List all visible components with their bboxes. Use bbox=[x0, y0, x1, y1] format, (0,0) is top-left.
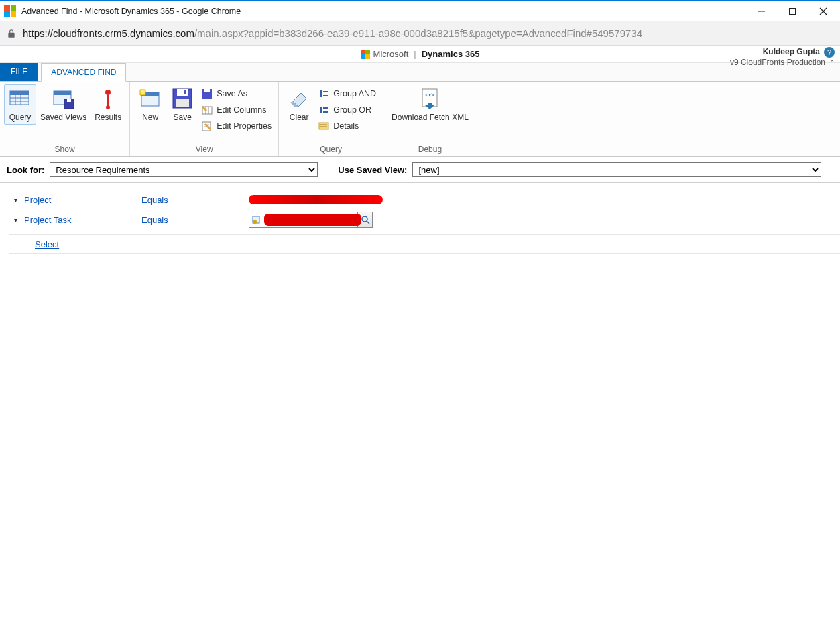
ribbon-group-show: Query Saved Views Results Show bbox=[0, 82, 130, 156]
ribbon-group-or-label: Group OR bbox=[333, 105, 371, 115]
ribbon-download-fetch-xml-label: Download Fetch XML bbox=[392, 113, 469, 122]
edit-properties-icon bbox=[201, 120, 213, 132]
help-icon[interactable]: ? bbox=[824, 47, 835, 58]
ribbon-group-view-label: View bbox=[134, 143, 274, 156]
svg-point-45 bbox=[253, 220, 257, 224]
select-link[interactable]: Select bbox=[35, 239, 59, 249]
dynamics-header: Microsoft | Dynamics 365 Kuldeep Gupta? … bbox=[0, 46, 840, 63]
svg-rect-39 bbox=[319, 123, 328, 129]
ribbon-save-as-button[interactable]: Save As bbox=[198, 86, 274, 102]
user-name: Kuldeep Gupta bbox=[763, 47, 820, 56]
svg-rect-5 bbox=[10, 91, 29, 95]
ribbon-group-and-label: Group AND bbox=[333, 89, 376, 99]
operator-link-equals[interactable]: Equals bbox=[141, 215, 249, 225]
svg-point-14 bbox=[105, 90, 111, 95]
group-or-icon bbox=[318, 104, 330, 116]
svg-line-47 bbox=[367, 221, 369, 224]
ribbon-clear-button[interactable]: Clear bbox=[283, 84, 315, 125]
details-icon bbox=[318, 120, 330, 132]
svg-rect-1 bbox=[790, 8, 796, 14]
row-chevron-icon[interactable]: ▾ bbox=[9, 196, 21, 204]
edit-columns-icon bbox=[201, 104, 213, 116]
save-as-icon bbox=[201, 88, 213, 100]
ribbon-saved-views-button[interactable]: Saved Views bbox=[36, 84, 91, 125]
saved-view-select[interactable]: [new] bbox=[412, 162, 821, 177]
ribbon-save-as-label: Save As bbox=[217, 89, 247, 99]
svg-rect-24 bbox=[176, 99, 189, 107]
value-redacted bbox=[264, 214, 361, 226]
field-link-project-task[interactable]: Project Task bbox=[24, 215, 141, 225]
ribbon-details-label: Details bbox=[333, 121, 359, 131]
window-maximize-button[interactable] bbox=[777, 2, 808, 21]
svg-rect-23 bbox=[184, 90, 186, 94]
ribbon-results-button[interactable]: Results bbox=[91, 84, 125, 125]
ribbon: Query Saved Views Results Show bbox=[0, 82, 840, 157]
save-icon bbox=[171, 87, 194, 110]
ribbon-group-show-label: Show bbox=[4, 143, 125, 156]
ribbon-saved-views-label: Saved Views bbox=[40, 113, 86, 122]
ribbon-save-label: Save bbox=[173, 113, 191, 122]
header-microsoft-label: Microsoft bbox=[373, 49, 409, 59]
tab-advanced-find[interactable]: ADVANCED FIND bbox=[41, 63, 126, 82]
window-close-button[interactable] bbox=[808, 2, 839, 21]
value-redacted[interactable] bbox=[249, 195, 383, 204]
org-name: v9 CloudFronts Production bbox=[730, 58, 825, 67]
tab-file[interactable]: FILE bbox=[0, 62, 38, 81]
user-info-block[interactable]: Kuldeep Gupta? v9 CloudFronts Production… bbox=[730, 47, 835, 68]
browser-titlebar: Advanced Find - Microsoft Dynamics 365 -… bbox=[0, 1, 840, 21]
download-fetch-xml-icon: <•> bbox=[418, 87, 441, 110]
ms-logo-small-icon bbox=[361, 50, 370, 59]
ribbon-edit-properties-label: Edit Properties bbox=[217, 121, 272, 131]
ribbon-group-query: Clear Group AND Group OR Details Query bbox=[279, 82, 383, 156]
org-chevron-icon[interactable]: ⌃ bbox=[829, 58, 835, 68]
query-grid-icon bbox=[9, 87, 32, 110]
svg-rect-15 bbox=[107, 95, 109, 106]
lookup-value-input[interactable] bbox=[249, 212, 373, 228]
ribbon-query-button[interactable]: Query bbox=[4, 84, 36, 125]
ribbon-group-view: New Save Save As Edit Columns bbox=[130, 82, 279, 156]
look-for-label: Look for: bbox=[7, 165, 44, 175]
ribbon-details-button[interactable]: Details bbox=[315, 118, 379, 134]
svg-rect-13 bbox=[67, 99, 71, 102]
saved-views-icon bbox=[52, 87, 75, 110]
svg-rect-22 bbox=[177, 89, 188, 96]
ribbon-edit-properties-button[interactable]: Edit Properties bbox=[198, 118, 274, 134]
ribbon-group-or-button[interactable]: Group OR bbox=[315, 102, 379, 118]
query-row: ▾ Project Task Equals bbox=[9, 210, 840, 230]
ribbon-new-label: New bbox=[142, 113, 158, 122]
ribbon-group-debug-label: Debug bbox=[387, 143, 473, 156]
ribbon-group-and-button[interactable]: Group AND bbox=[315, 86, 379, 102]
ribbon-group-debug: <•> Download Fetch XML Debug bbox=[383, 82, 477, 156]
svg-rect-33 bbox=[320, 90, 322, 97]
ribbon-save-button[interactable]: Save bbox=[166, 84, 198, 125]
ribbon-download-fetch-xml-button[interactable]: <•> Download Fetch XML bbox=[387, 84, 473, 125]
svg-text:<•>: <•> bbox=[426, 92, 435, 99]
operator-link-equals[interactable]: Equals bbox=[141, 195, 249, 205]
results-icon bbox=[97, 87, 119, 110]
header-product-label: Dynamics 365 bbox=[422, 49, 480, 59]
look-for-select[interactable]: Resource Requirements bbox=[50, 162, 318, 177]
lookup-record-icon bbox=[249, 213, 263, 227]
query-row: ▾ Project Equals bbox=[9, 190, 840, 210]
svg-rect-26 bbox=[204, 89, 210, 92]
query-toolbar: Look for: Resource Requirements Use Save… bbox=[0, 157, 840, 183]
query-body: ▾ Project Equals ▾ Project Task Equals S… bbox=[0, 183, 840, 254]
new-view-icon bbox=[139, 87, 162, 110]
window-minimize-button[interactable] bbox=[746, 2, 777, 21]
group-and-icon bbox=[318, 88, 330, 100]
svg-rect-11 bbox=[54, 91, 71, 95]
ribbon-edit-columns-button[interactable]: Edit Columns bbox=[198, 102, 274, 118]
ribbon-clear-label: Clear bbox=[290, 113, 309, 122]
ribbon-new-button[interactable]: New bbox=[134, 84, 166, 125]
ribbon-query-label: Query bbox=[9, 113, 32, 122]
field-link-project[interactable]: Project bbox=[24, 195, 141, 205]
lock-icon bbox=[7, 29, 16, 38]
header-separator: | bbox=[414, 49, 416, 59]
svg-point-16 bbox=[106, 105, 110, 109]
url-host: https://cloudfronts.crm5.dynamics.com bbox=[23, 27, 194, 39]
row-chevron-icon[interactable]: ▾ bbox=[9, 216, 21, 224]
ribbon-tabs-row: FILE ADVANCED FIND bbox=[0, 63, 840, 82]
browser-address-bar[interactable]: https://cloudfronts.crm5.dynamics.com/ma… bbox=[0, 21, 840, 46]
select-row: Select bbox=[9, 234, 840, 254]
svg-rect-36 bbox=[320, 107, 322, 113]
